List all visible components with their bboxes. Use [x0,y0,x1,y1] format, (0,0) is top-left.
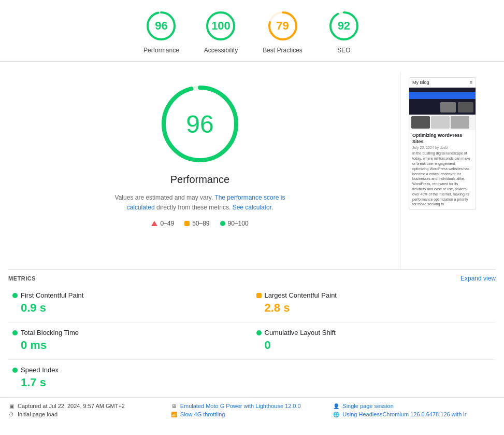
footer-item: 👤Single page session [333,403,496,409]
user-icon: 👤 [333,403,339,409]
metric-label-cls: Cumulative Layout Shift [265,329,336,336]
metric-label-si: Speed Index [21,366,59,374]
score-circle-performance[interactable]: 96 [145,9,178,43]
metric-item-fcp: First Contentful Paint 0.9 s [8,285,252,322]
metric-value-cls: 0 [256,339,492,352]
score-bar: 96 Performance 100 Accessibility 79 Best… [0,0,504,62]
legend-average: 50–89 [184,220,209,227]
big-score-circle: 96 [159,82,241,165]
score-circle-accessibility[interactable]: 100 [204,9,237,43]
preview-card: My Blog ≡ Optimizing WordPress Sites Jul… [409,77,476,210]
preview-body: Optimizing WordPress Sites July 20, 2024… [409,130,476,209]
footer-item: 🌐Using HeadlessChromium 126.0.6478.126 w… [333,411,496,417]
metric-item-si: Speed Index 1.7 s [8,360,252,397]
calculator-link[interactable]: See calculator. [233,204,273,211]
legend: 0–49 50–89 90–100 [151,220,248,227]
performance-note: Values are estimated and may vary. The p… [102,193,298,213]
metric-dot-si [12,368,18,373]
footer-col-3: 👤Single page session🌐Using HeadlessChrom… [333,403,496,419]
legend-pass-label: 90–100 [228,220,249,227]
fail-icon [151,221,157,226]
preview-article-date: July 20, 2024 by dvsbl [412,146,472,149]
metric-label-tbt: Total Blocking Time [21,329,79,336]
right-panel: My Blog ≡ Optimizing WordPress Sites Jul… [400,72,504,269]
footer-item: ▣Captured at Jul 22, 2024, 9:57 AM GMT+2 [8,403,171,409]
footer-col-2: 🖥Emulated Moto G Power with Lighthouse 1… [171,403,334,419]
preview-hero [409,88,476,115]
metric-value-fcp: 0.9 s [12,301,248,315]
preview-blog-name: My Blog [412,80,429,85]
footer-item: ⏱Initial page load [8,411,171,417]
score-label-best-practices: Best Practices [263,47,303,54]
metric-value-lcp: 2.8 s [256,301,492,315]
big-score-value: 96 [186,110,213,138]
score-item-seo: 92 SEO [327,9,361,54]
preview-article-title: Optimizing WordPress Sites [412,133,472,145]
metric-dot-fcp [12,293,18,298]
expand-view-link[interactable]: Expand view [460,275,496,282]
metric-dot-tbt [12,330,18,335]
score-value-seo: 92 [338,19,350,33]
legend-fail-label: 0–49 [160,220,174,227]
pass-icon [220,221,225,226]
preview-menu-icon: ≡ [470,80,472,85]
metrics-title: METRICS [8,275,36,282]
footer: ▣Captured at Jul 22, 2024, 9:57 AM GMT+2… [0,397,504,425]
footer-link[interactable]: Using HeadlessChromium 126.0.6478.126 wi… [342,411,466,417]
legend-average-label: 50–89 [192,220,209,227]
metrics-section: METRICS Expand view First Contentful Pai… [0,269,504,397]
legend-fail: 0–49 [151,220,174,227]
metric-item-cls: Cumulative Layout Shift 0 [252,322,496,360]
metrics-header: METRICS Expand view [8,269,496,285]
calendar-icon: ▣ [8,403,15,409]
preview-thumb-1 [411,116,430,129]
metric-item-tbt: Total Blocking Time 0 ms [8,322,252,360]
wifi-icon: 📶 [171,411,177,417]
score-circle-seo[interactable]: 92 [327,9,361,43]
score-label-performance: Performance [143,47,179,54]
score-value-accessibility: 100 [211,19,231,33]
score-item-accessibility: 100 Accessibility [204,9,238,54]
clock-icon: ⏱ [8,411,15,417]
preview-thumb-row [409,115,476,130]
performance-title: Performance [170,174,230,186]
score-value-performance: 96 [155,19,167,33]
preview-thumb-3 [451,116,469,129]
score-item-performance: 96 Performance [143,9,179,54]
score-circle-best-practices[interactable]: 79 [266,9,299,43]
monitor-icon: 🖥 [171,403,177,409]
preview-thumb-2 [431,116,450,129]
metric-label-fcp: First Contentful Paint [21,291,83,299]
metric-value-si: 1.7 s [12,376,248,389]
footer-item: 📶Slow 4G throttling [171,411,334,417]
left-panel: 96 Performance Values are estimated and … [0,72,400,269]
score-label-seo: SEO [337,47,350,54]
footer-link[interactable]: Single page session [342,403,393,409]
metric-dot-lcp [256,293,262,298]
preview-article-text: In the bustling digital landscape of tod… [412,151,472,207]
footer-text: Captured at Jul 22, 2024, 9:57 AM GMT+2 [18,403,125,409]
footer-link[interactable]: Slow 4G throttling [180,411,225,417]
metric-item-lcp: Largest Contentful Paint 2.8 s [252,285,496,322]
footer-text: Initial page load [18,411,57,417]
footer-item: 🖥Emulated Moto G Power with Lighthouse 1… [171,403,334,409]
metrics-grid: First Contentful Paint 0.9 s Largest Con… [8,285,496,397]
legend-pass: 90–100 [220,220,249,227]
metric-dot-cls [256,330,262,335]
metric-label-lcp: Largest Contentful Paint [265,291,337,299]
main-content: 96 Performance Values are estimated and … [0,62,504,269]
average-icon [184,221,190,226]
score-item-best-practices: 79 Best Practices [263,9,303,54]
score-label-accessibility: Accessibility [204,47,238,54]
globe-icon: 🌐 [333,411,339,417]
score-value-best-practices: 79 [276,19,289,33]
footer-link[interactable]: Emulated Moto G Power with Lighthouse 12… [180,403,301,409]
metric-value-tbt: 0 ms [12,339,248,352]
footer-col-1: ▣Captured at Jul 22, 2024, 9:57 AM GMT+2… [8,403,171,419]
